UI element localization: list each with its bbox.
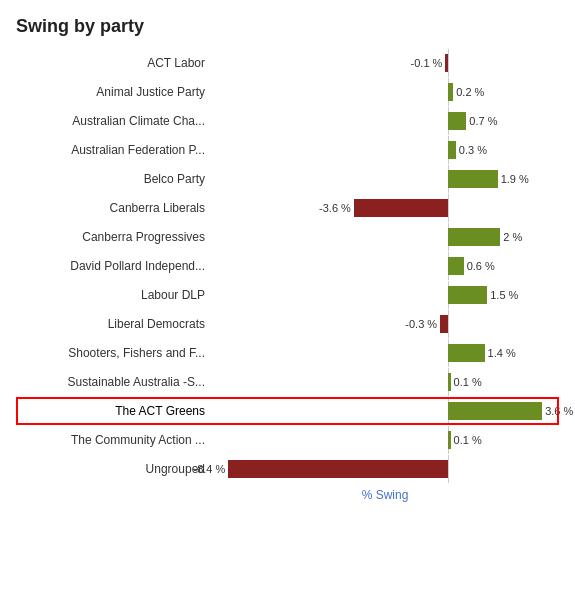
chart-row: David Pollard Independ...0.6 % — [16, 252, 559, 280]
chart-row: Sustainable Australia -S...0.1 % — [16, 368, 559, 396]
x-axis-label: % Swing — [16, 488, 559, 502]
party-label: Canberra Liberals — [16, 201, 211, 215]
chart-row: ACT Labor-0.1 % — [16, 49, 559, 77]
chart-row: Shooters, Fishers and F...1.4 % — [16, 339, 559, 367]
bar-value-label: 1.9 % — [501, 173, 529, 185]
party-label: Labour DLP — [16, 288, 211, 302]
chart-row: The Community Action ...0.1 % — [16, 426, 559, 454]
bar-value-label: 2 % — [503, 231, 522, 243]
chart-title: Swing by party — [16, 16, 559, 37]
party-label: The ACT Greens — [16, 404, 211, 418]
party-label: Belco Party — [16, 172, 211, 186]
chart-row: Australian Climate Cha...0.7 % — [16, 107, 559, 135]
party-label: The Community Action ... — [16, 433, 211, 447]
bar-value-label: 1.4 % — [488, 347, 516, 359]
party-label: Australian Federation P... — [16, 143, 211, 157]
party-label: Canberra Progressives — [16, 230, 211, 244]
bar: 0.3 % — [448, 141, 456, 159]
bar-value-label: -8.4 % — [194, 463, 226, 475]
bar: 1.4 % — [448, 344, 485, 362]
chart-row: Canberra Liberals-3.6 % — [16, 194, 559, 222]
chart-row: The ACT Greens3.6 % — [16, 397, 559, 425]
chart-row: Canberra Progressives2 % — [16, 223, 559, 251]
party-label: Australian Climate Cha... — [16, 114, 211, 128]
bar: -0.1 % — [445, 54, 448, 72]
bar: 0.7 % — [448, 112, 466, 130]
bar-value-label: -0.3 % — [405, 318, 437, 330]
bar: 0.2 % — [448, 83, 453, 101]
party-label: Ungrouped — [16, 462, 211, 476]
chart-row: Ungrouped-8.4 % — [16, 455, 559, 483]
bar-value-label: 0.2 % — [456, 86, 484, 98]
chart-row: Australian Federation P...0.3 % — [16, 136, 559, 164]
bar: -0.3 % — [440, 315, 448, 333]
bar-value-label: 3.6 % — [545, 405, 573, 417]
chart-row: Belco Party1.9 % — [16, 165, 559, 193]
bar: -8.4 % — [228, 460, 448, 478]
party-label: Animal Justice Party — [16, 85, 211, 99]
bar: 1.5 % — [448, 286, 487, 304]
party-label: Liberal Democrats — [16, 317, 211, 331]
bar: 0.1 % — [448, 373, 451, 391]
bar-value-label: 0.1 % — [454, 434, 482, 446]
party-label: Sustainable Australia -S... — [16, 375, 211, 389]
chart-row: Labour DLP1.5 % — [16, 281, 559, 309]
bar: 3.6 % — [448, 402, 542, 420]
bar: 0.1 % — [448, 431, 451, 449]
chart-row: Liberal Democrats-0.3 % — [16, 310, 559, 338]
bar: 1.9 % — [448, 170, 498, 188]
bar-value-label: 0.1 % — [454, 376, 482, 388]
party-label: ACT Labor — [16, 56, 211, 70]
bar: 2 % — [448, 228, 500, 246]
bar-value-label: -0.1 % — [411, 57, 443, 69]
chart-container: ACT Labor-0.1 %Animal Justice Party0.2 %… — [16, 49, 559, 484]
bar: 0.6 % — [448, 257, 464, 275]
bar-value-label: 0.7 % — [469, 115, 497, 127]
bar-value-label: 1.5 % — [490, 289, 518, 301]
party-label: David Pollard Independ... — [16, 259, 211, 273]
bar-value-label: 0.6 % — [467, 260, 495, 272]
party-label: Shooters, Fishers and F... — [16, 346, 211, 360]
bar-value-label: -3.6 % — [319, 202, 351, 214]
bar-value-label: 0.3 % — [459, 144, 487, 156]
bar: -3.6 % — [354, 199, 448, 217]
chart-row: Animal Justice Party0.2 % — [16, 78, 559, 106]
